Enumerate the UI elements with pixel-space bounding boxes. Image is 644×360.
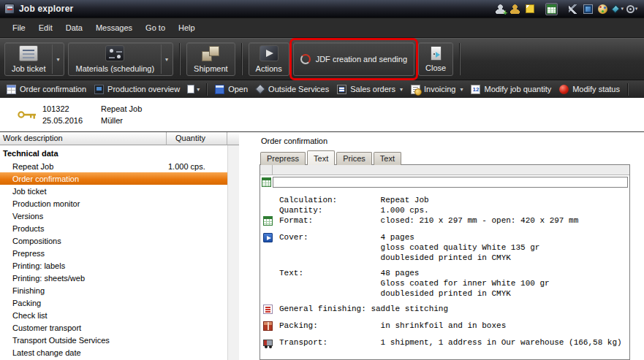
tree-item[interactable]: Latest change date xyxy=(0,346,227,359)
titlebar-tool[interactable]: ▾ xyxy=(626,3,638,15)
detail-tab[interactable]: Text xyxy=(307,150,335,165)
window-title: Job explorer xyxy=(19,4,73,14)
job-info-strip: 101322 25.05.2016 Repeat Job Müller xyxy=(0,98,644,132)
tree-item[interactable]: Printing: sheets/web xyxy=(0,272,227,284)
detail-grid-field[interactable] xyxy=(273,177,628,188)
materials-button[interactable]: Materials (scheduling) ▾ xyxy=(68,42,173,76)
tree-item[interactable]: Printing: labels xyxy=(0,259,227,272)
open-button[interactable]: Open xyxy=(211,83,251,96)
production-overview-button[interactable]: Production overview xyxy=(91,83,183,96)
titlebar-tool[interactable] xyxy=(582,3,594,15)
close-icon xyxy=(431,46,442,61)
packing-icon xyxy=(263,321,273,331)
work-description-panel: Work description Quantity Technical data… xyxy=(0,132,239,360)
add-user-icon xyxy=(496,4,505,14)
toolbar-separator xyxy=(241,43,243,75)
menu-item[interactable]: File xyxy=(6,20,32,35)
column-header-quantity[interactable]: Quantity xyxy=(167,132,227,145)
titlebar-tool[interactable] xyxy=(567,3,580,15)
tree-item[interactable]: Prepress xyxy=(0,247,227,259)
panel-splitter[interactable] xyxy=(239,132,257,360)
job-explorer-window: Job explorer xyxy=(0,0,644,360)
finishing-icon xyxy=(263,305,273,314)
invoicing-icon xyxy=(411,85,420,94)
tree-item[interactable]: Finishing xyxy=(0,284,227,296)
invoicing-button[interactable]: Invoicing ▾ xyxy=(407,83,466,96)
titlebar-tool[interactable] xyxy=(509,3,521,15)
tree-item[interactable]: Versions xyxy=(0,210,227,222)
detail-row-text: General finishing: saddle stitching xyxy=(279,304,448,315)
dropdown-arrow-icon: ▾ xyxy=(460,86,463,93)
job-ticket-button[interactable]: Job ticket ▾ xyxy=(4,42,64,76)
menu-bar: File Edit Data Messages Go to Help xyxy=(0,18,644,38)
order-confirmation-panel: Order confirmation Prepress Text Prices … xyxy=(257,132,644,360)
tree-item[interactable]: Check list xyxy=(0,309,227,321)
menu-item[interactable]: Help xyxy=(172,20,202,35)
menu-item[interactable]: Edit xyxy=(32,20,59,35)
shipment-button[interactable]: Shipment xyxy=(186,42,235,76)
detail-tab[interactable]: Prices xyxy=(336,152,372,165)
calculator-icon xyxy=(262,177,271,187)
actions-button[interactable]: Actions xyxy=(249,42,289,76)
modify-status-button[interactable]: Modify status xyxy=(556,83,624,96)
titlebar-tool[interactable] xyxy=(523,3,536,15)
dropdown-arrow-icon: ▾ xyxy=(621,6,624,12)
detail-tabs: Prepress Text Prices Text xyxy=(260,149,644,164)
tools-icon xyxy=(569,4,578,14)
calculator-icon xyxy=(547,4,556,14)
jdf-button[interactable]: JDF creation and sending xyxy=(293,42,414,76)
tree-body: Technical data Repeat Job 1.000 cps. Ord… xyxy=(0,145,227,360)
dropdown-arrow-icon: ▾ xyxy=(197,86,200,93)
menu-item[interactable]: Data xyxy=(59,20,89,35)
tree-item[interactable]: Job ticket xyxy=(0,185,227,197)
titlebar-tool[interactable] xyxy=(596,3,609,15)
detail-row-text: Text: 48 pages Gloss coated for inner Wh… xyxy=(279,268,550,299)
toolbar-separator xyxy=(179,43,181,75)
detail-row: Format: closed: 210 x 297 mm - open: 420… xyxy=(260,215,629,227)
services-icon xyxy=(626,5,634,13)
close-button[interactable]: Close xyxy=(418,42,453,76)
detail-row: Cover: 4 pages gloss coated quality Whit… xyxy=(260,232,629,263)
detail-tab[interactable]: Prepress xyxy=(260,152,306,165)
tree-item[interactable]: Order confirmation xyxy=(0,172,227,185)
tree-item[interactable]: Customer transport xyxy=(0,321,227,334)
outside-services-button[interactable]: Outside Services xyxy=(252,83,333,95)
title-bar: Job explorer xyxy=(0,0,644,18)
detail-row-text: Format: closed: 210 x 297 mm - open: 420… xyxy=(279,215,578,227)
tree-item[interactable]: Packing xyxy=(0,296,227,309)
open-icon xyxy=(215,85,224,94)
titlebar-tool[interactable]: ▾ xyxy=(611,3,624,15)
modify-job-quantity-button[interactable]: Modify job quantity xyxy=(467,83,555,96)
column-header-work-description[interactable]: Work description xyxy=(0,132,167,145)
tree-item[interactable]: Repeat Job 1.000 cps. xyxy=(0,160,227,172)
dropdown-arrow-icon[interactable]: ▾ xyxy=(161,45,168,74)
secondary-toolbar: Order confirmation Production overview ▾… xyxy=(0,80,644,98)
menu-item[interactable]: Go to xyxy=(139,20,172,35)
detail-row-text: Packing: in shrinkfoil and in boxes xyxy=(279,321,506,332)
tree-header: Work description Quantity xyxy=(0,132,239,145)
detail-row: General finishing: saddle stitching xyxy=(260,304,629,315)
detail-grid-header-cell xyxy=(273,165,629,175)
tree-item[interactable]: Production monitor xyxy=(0,197,227,210)
tree-item[interactable]: Transport Outside Services xyxy=(0,334,227,346)
detail-grid-header-icon-cell xyxy=(260,165,273,175)
format-icon xyxy=(263,216,273,226)
production-overview-pages-button[interactable]: ▾ xyxy=(184,83,202,95)
menu-item[interactable]: Messages xyxy=(89,20,139,35)
tree-item[interactable]: Compositions xyxy=(0,234,227,247)
tree-root-technical-data[interactable]: Technical data xyxy=(0,148,227,160)
page-icon xyxy=(187,85,194,93)
titlebar-icons: ▾ ▾ xyxy=(494,3,640,15)
titlebar-tool[interactable] xyxy=(545,3,558,15)
sales-orders-button[interactable]: Sales orders ▾ xyxy=(333,83,406,96)
dropdown-arrow-icon[interactable]: ▾ xyxy=(52,45,59,74)
tree-item[interactable]: Products xyxy=(0,222,227,234)
detail-tab[interactable]: Text xyxy=(374,152,401,165)
job-number: 101322 xyxy=(42,104,95,114)
titlebar-tool[interactable] xyxy=(494,3,507,15)
notes-icon xyxy=(526,4,534,13)
order-confirmation-button[interactable]: Order confirmation xyxy=(3,83,90,96)
job-ticket-icon xyxy=(19,45,38,61)
tree-scrollbar[interactable] xyxy=(227,145,239,360)
transport-icon xyxy=(263,340,273,346)
